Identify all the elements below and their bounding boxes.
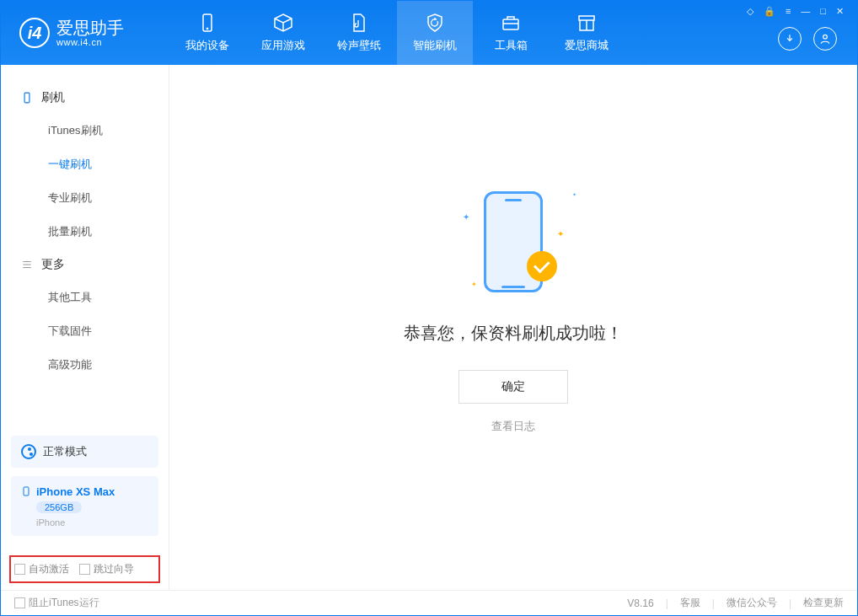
sidebar-group-more[interactable]: 更多 <box>1 249 169 281</box>
music-file-icon <box>349 13 369 33</box>
toolbox-icon <box>501 13 521 33</box>
group-title: 更多 <box>41 257 65 272</box>
svg-point-1 <box>206 28 208 29</box>
tab-label: 工具箱 <box>495 38 528 53</box>
sidebar-item-advanced[interactable]: 高级功能 <box>1 348 169 382</box>
logo-icon: i4 <box>19 18 50 48</box>
phone-refresh-icon <box>21 92 33 104</box>
tab-ringtone-wallpaper[interactable]: 铃声壁纸 <box>321 1 397 65</box>
mode-label: 正常模式 <box>43 444 87 459</box>
checkbox-icon <box>79 564 90 575</box>
device-icon <box>197 13 217 33</box>
version-label: V8.16 <box>627 597 653 609</box>
shield-refresh-icon <box>425 13 445 33</box>
app-name: 爱思助手 <box>56 19 124 37</box>
tab-label: 我的设备 <box>185 38 229 53</box>
device-storage: 256GB <box>36 501 82 513</box>
ok-button[interactable]: 确定 <box>458 370 568 404</box>
header-right: ◇ 🔒 ≡ — □ ✕ <box>747 1 849 65</box>
sparkle-icon: ✦ <box>557 229 564 238</box>
check-update-link[interactable]: 检查更新 <box>803 596 844 610</box>
lock-icon[interactable]: 🔒 <box>764 6 775 17</box>
sidebar-item-itunes-flash[interactable]: iTunes刷机 <box>1 114 169 147</box>
device-panel: 正常模式 iPhone XS Max 256GB iPhone <box>11 436 158 536</box>
separator: | <box>712 597 715 609</box>
sidebar-item-download-firmware[interactable]: 下载固件 <box>1 314 169 348</box>
tab-toolbox[interactable]: 工具箱 <box>473 1 549 65</box>
logo-area[interactable]: i4 爱思助手 www.i4.cn <box>1 18 169 48</box>
checkbox-label: 自动激活 <box>29 562 69 576</box>
sparkle-icon: ✦ <box>463 212 469 222</box>
checkbox-label: 跳过向导 <box>94 562 134 576</box>
customer-service-link[interactable]: 客服 <box>680 596 700 610</box>
svg-rect-2 <box>503 19 518 29</box>
app-header: i4 爱思助手 www.i4.cn 我的设备 应用游戏 铃声壁纸 智能刷机 工具… <box>1 1 857 65</box>
store-icon <box>576 13 597 33</box>
tab-smart-flash[interactable]: 智能刷机 <box>397 1 473 65</box>
tshirt-icon[interactable]: ◇ <box>747 6 753 17</box>
download-button[interactable] <box>778 27 802 51</box>
body-area: 刷机 iTunes刷机 一键刷机 专业刷机 批量刷机 更多 其他工具 下载固件 … <box>1 65 857 590</box>
wechat-link[interactable]: 微信公众号 <box>727 596 777 610</box>
mode-box[interactable]: 正常模式 <box>11 436 158 468</box>
cube-icon <box>273 13 293 33</box>
checkbox-icon <box>14 597 25 608</box>
sparkle-icon: ✦ <box>471 281 477 288</box>
success-illustration: ✦ ✦ ✦ ✦ <box>437 187 589 297</box>
svg-rect-4 <box>24 93 29 103</box>
auto-activate-checkbox[interactable]: 自动激活 <box>14 562 69 576</box>
sidebar: 刷机 iTunes刷机 一键刷机 专业刷机 批量刷机 更多 其他工具 下载固件 … <box>1 65 169 590</box>
tab-my-device[interactable]: 我的设备 <box>169 1 245 65</box>
sidebar-group-flash[interactable]: 刷机 <box>1 82 169 114</box>
logo-text: 爱思助手 www.i4.cn <box>56 19 124 47</box>
close-button[interactable]: ✕ <box>836 6 844 17</box>
group-title: 刷机 <box>41 90 65 105</box>
minimize-button[interactable]: — <box>801 6 810 17</box>
main-content: ✦ ✦ ✦ ✦ 恭喜您，保资料刷机成功啦！ 确定 查看日志 <box>169 65 857 590</box>
svg-point-3 <box>823 35 828 39</box>
tab-store[interactable]: 爱思商城 <box>549 1 625 65</box>
sidebar-item-onekey-flash[interactable]: 一键刷机 <box>1 147 169 181</box>
view-log-link[interactable]: 查看日志 <box>491 419 535 434</box>
tab-label: 应用游戏 <box>261 38 305 53</box>
bottom-checks-highlighted: 自动激活 跳过向导 <box>9 555 160 583</box>
footer-right: V8.16 | 客服 | 微信公众号 | 检查更新 <box>627 596 844 610</box>
footer: 阻止iTunes运行 V8.16 | 客服 | 微信公众号 | 检查更新 <box>1 590 857 615</box>
checkbox-label: 阻止iTunes运行 <box>29 596 99 610</box>
separator: | <box>789 597 791 609</box>
success-check-icon <box>527 251 557 281</box>
device-name-row: iPhone XS Max <box>21 485 148 498</box>
tab-label: 智能刷机 <box>413 38 457 53</box>
mode-icon <box>21 444 36 459</box>
tab-apps-games[interactable]: 应用游戏 <box>245 1 321 65</box>
skip-guide-checkbox[interactable]: 跳过向导 <box>79 562 134 576</box>
svg-rect-5 <box>24 487 29 495</box>
phone-icon <box>21 485 31 498</box>
tab-label: 爱思商城 <box>565 38 609 53</box>
sidebar-item-pro-flash[interactable]: 专业刷机 <box>1 181 169 215</box>
window-controls: ◇ 🔒 ≡ — □ ✕ <box>747 1 849 17</box>
device-box[interactable]: iPhone XS Max 256GB iPhone <box>11 476 158 536</box>
account-icons <box>778 27 849 51</box>
sparkle-icon: ✦ <box>572 191 576 197</box>
menu-icon[interactable]: ≡ <box>786 6 791 17</box>
maximize-button[interactable]: □ <box>820 6 826 17</box>
sidebar-item-batch-flash[interactable]: 批量刷机 <box>1 215 169 249</box>
list-icon <box>21 259 33 271</box>
user-button[interactable] <box>813 27 837 51</box>
app-url: www.i4.cn <box>56 37 124 47</box>
block-itunes-checkbox[interactable]: 阻止iTunes运行 <box>14 596 99 610</box>
tab-label: 铃声壁纸 <box>337 38 381 53</box>
sidebar-item-other-tools[interactable]: 其他工具 <box>1 281 169 314</box>
success-message: 恭喜您，保资料刷机成功啦！ <box>404 322 623 345</box>
nav-tabs: 我的设备 应用游戏 铃声壁纸 智能刷机 工具箱 爱思商城 <box>169 1 625 65</box>
separator: | <box>666 597 668 609</box>
checkbox-icon <box>14 564 25 575</box>
device-name: iPhone XS Max <box>36 485 115 498</box>
device-type: iPhone <box>36 517 148 528</box>
